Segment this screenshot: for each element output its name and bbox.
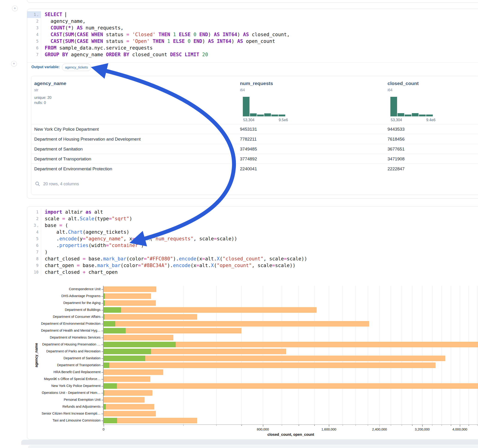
cell-num-requests: 3749485 (240, 144, 257, 154)
next-cell-strip-inner (28, 445, 478, 448)
histogram-bar (257, 115, 264, 116)
histogram-bar (426, 115, 433, 116)
column-stat: nulls: 0 (34, 101, 46, 105)
table-header: agency_namestrunique: 20nulls: 0num_requ… (31, 76, 478, 124)
histogram-bar (405, 115, 411, 116)
line-number: 6 (27, 45, 41, 51)
sql-editor[interactable]: 1⌄SELECT 2 agency_name,3 COUNT(*) AS num… (27, 11, 478, 58)
code-text: CAST(SUM(CASE WHEN status = 'Open' THEN … (41, 38, 275, 45)
code-line: 3 COUNT(*) AS num_requests, (27, 25, 478, 31)
line-number: 4 (27, 31, 41, 38)
cell-closed-count: 2222847 (388, 164, 405, 174)
code-text: alt.Chart(agency_tickets) (41, 229, 129, 236)
code-text: ) (41, 249, 48, 255)
column-header[interactable]: num_requests (240, 81, 273, 86)
line-number: 9 (27, 262, 41, 269)
search-icon[interactable] (35, 181, 40, 187)
code-text: SELECT (41, 11, 66, 18)
code-text: .encode(y="agency_name", x=alt.X("num_re… (41, 236, 237, 242)
python-editor[interactable]: 1import altair as alt2scale = alt.Scale(… (27, 209, 478, 276)
code-text: CAST(SUM(CASE WHEN status = 'Closed' THE… (41, 31, 289, 38)
table-preview[interactable]: agency_namestrunique: 20nulls: 0num_requ… (31, 76, 478, 195)
code-text: GROUP BY agency_name ORDER BY closed_cou… (41, 51, 208, 58)
code-line: 5 .encode(y="agency_name", x=alt.X("num_… (27, 236, 478, 242)
histogram-bar (412, 113, 419, 116)
code-line: 10chart_closed + chart_open (27, 269, 478, 276)
line-number: 3 (27, 25, 41, 31)
next-cell-strip[interactable] (21, 440, 478, 445)
code-line: 4 alt.Chart(agency_tickets) (27, 229, 478, 236)
line-number: 5 (27, 236, 41, 242)
histogram-bar (397, 113, 404, 116)
histogram-bar (419, 115, 426, 116)
line-number: 1 (27, 209, 41, 216)
code-text: chart_closed + chart_open (41, 269, 118, 276)
code-line: 2scale = alt.Scale(type="sqrt") (27, 216, 478, 222)
cell-closed-count: 9443533 (388, 124, 405, 134)
cell-num-requests: 7782211 (240, 134, 257, 144)
column-header[interactable]: agency_name (34, 81, 66, 86)
cell-num-requests: 2240041 (240, 164, 257, 174)
cell-closed-count: 3677651 (388, 144, 405, 154)
code-text: base = ( (41, 222, 68, 229)
histogram-max-label: 9.5e6 (279, 118, 288, 122)
line-number: 2 (27, 216, 41, 222)
code-line: 2 agency_name, (27, 18, 478, 25)
cell-agency-name: Department of Environmental Protection (34, 164, 112, 174)
collapse-chevron-icon[interactable]: ⌄ (37, 224, 38, 227)
cell-closed-count: 7618456 (388, 134, 405, 144)
column-header[interactable]: closed_count (388, 81, 419, 86)
column-dtype: i64 (388, 88, 392, 92)
notebook-page: { "ui": { "plus_icon": "+", "collapse_ch… (0, 0, 478, 448)
code-line: 3⌄base = ( (27, 222, 478, 229)
text-cursor (65, 12, 66, 17)
line-number: 4 (27, 229, 41, 236)
histogram-bar (264, 113, 271, 116)
column-histogram (243, 97, 287, 116)
output-variable-pill[interactable]: agency_tickets (62, 64, 91, 71)
code-text: agency_name, (41, 18, 86, 25)
code-line: 7) (27, 249, 478, 255)
code-line: 6 .properties(width="container") (27, 242, 478, 249)
code-text: COUNT(*) AS num_requests, (41, 25, 123, 31)
cell-agency-name: Department of Housing Preservation and D… (34, 134, 141, 144)
code-line: 1⌄SELECT (27, 11, 478, 18)
table-row: Department of Transportation377489234719… (31, 154, 478, 164)
histogram-bar (271, 115, 278, 116)
line-number[interactable]: 3⌄ (27, 222, 41, 229)
code-text: scale = alt.Scale(type="sqrt") (41, 216, 132, 222)
output-variable-label: Output variable: (31, 65, 60, 69)
cell-num-requests: 3774892 (240, 154, 257, 164)
line-number[interactable]: 1⌄ (27, 11, 41, 18)
table-row: Department of Housing Preservation and D… (31, 134, 478, 144)
code-line: 5 CAST(SUM(CASE WHEN status = 'Open' THE… (27, 38, 478, 45)
cell-agency-name: Department of Sanitation (34, 144, 83, 154)
python-cell: 1import altair as alt2scale = alt.Scale(… (27, 206, 478, 440)
plus-icon: + (14, 6, 16, 10)
code-text: .properties(width="container") (41, 242, 144, 249)
histogram-bar (390, 97, 397, 116)
collapse-chevron-icon[interactable]: ⌄ (37, 13, 38, 17)
code-text: chart_open = base.mark_bar(color="#8BC34… (41, 262, 295, 269)
histogram-bar (278, 115, 285, 116)
add-cell-button[interactable]: + (11, 61, 17, 67)
line-number: 10 (27, 269, 41, 276)
line-number: 2 (27, 18, 41, 25)
cell-agency-name: Department of Transportation (34, 154, 91, 164)
table-row: Department of Sanitation37494853677651 (31, 144, 478, 154)
code-text: import altair as alt (41, 209, 103, 216)
cell-num-requests: 9453131 (240, 124, 257, 134)
table-footer: 20 rows, 4 columns (31, 181, 478, 190)
line-number: 6 (27, 242, 41, 249)
code-text: chart_closed = base.mark_bar(color="#FFC… (41, 255, 307, 262)
table-row-count: 20 rows, 4 columns (43, 182, 79, 187)
previous-cell-edge (27, 0, 478, 3)
histogram-min-label: 53,304 (243, 118, 255, 122)
code-line: 4 CAST(SUM(CASE WHEN status = 'Closed' T… (27, 31, 478, 38)
code-line: 6FROM sample_data.nyc.service_requests (27, 45, 478, 51)
add-cell-button[interactable]: + (12, 6, 18, 11)
code-line: 7GROUP BY agency_name ORDER BY closed_co… (27, 51, 478, 58)
histogram-min-label: 53,304 (391, 118, 402, 122)
table-body: New York City Police Department945313194… (31, 124, 478, 174)
line-number: 7 (27, 249, 41, 255)
